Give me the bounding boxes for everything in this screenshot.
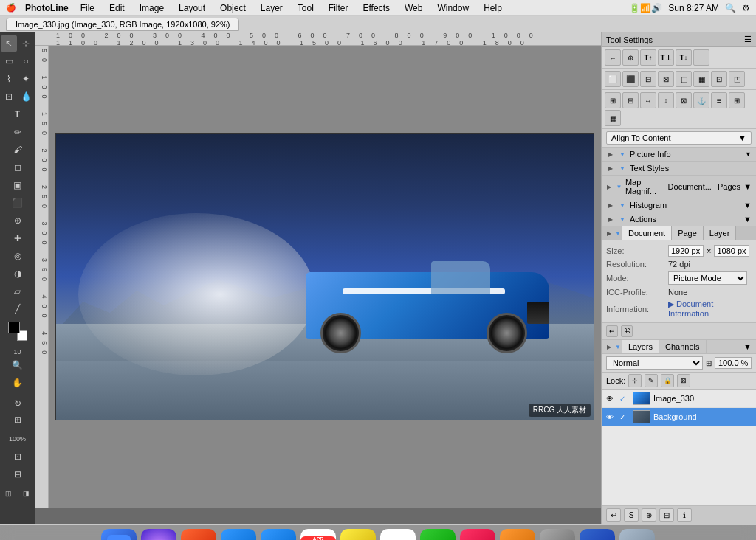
crop-tool[interactable]: ⊡ [1, 89, 17, 105]
menu-web[interactable]: Web [402, 3, 425, 13]
layer-bottom-5[interactable]: ℹ [677, 508, 692, 522]
table-btn[interactable]: ▦ [605, 110, 621, 126]
menu-layer[interactable]: Layer [258, 3, 286, 13]
lock-extra-btn[interactable]: ⊠ [677, 374, 690, 387]
tab-document[interactable]: Document [622, 226, 672, 240]
control-center-icon[interactable]: ⚙ [742, 3, 750, 13]
align-center-h-btn[interactable]: ⬛ [622, 71, 639, 87]
text-styles-header[interactable]: ▶ ▼ Text Styles [602, 162, 756, 175]
layer-bottom-3[interactable]: ⊕ [642, 508, 656, 522]
menu-tool[interactable]: Tool [295, 3, 317, 13]
tab-layer[interactable]: Layer [704, 226, 737, 240]
line-tool[interactable]: ╱ [10, 301, 26, 317]
lock-all-btn[interactable]: 🔒 [661, 374, 674, 387]
align-top-btn[interactable]: ⊠ [658, 71, 674, 87]
eraser-tool[interactable]: ◻ [10, 159, 26, 176]
menu-edit[interactable]: Edit [106, 3, 128, 13]
menu-layout[interactable]: Layout [176, 3, 208, 13]
guides-tool[interactable]: ⊟ [10, 466, 26, 482]
layer-eye-background[interactable]: 👁 [606, 413, 616, 421]
blend-mode-select[interactable]: Normal Multiply Screen Overlay [606, 356, 703, 370]
layer-bottom-1[interactable]: ↩ [606, 508, 621, 522]
menu-window[interactable]: Window [434, 3, 472, 13]
layers-dropdown[interactable]: ▼ [739, 341, 756, 353]
dock-safari[interactable]: 🧭 [221, 529, 256, 541]
histogram-dropdown-icon[interactable]: ▼ [743, 201, 752, 210]
hand-tool[interactable]: ✋ [10, 375, 26, 391]
move-tool[interactable]: ↖ [1, 35, 17, 52]
brush-tool[interactable]: 🖌 [10, 142, 26, 158]
tool-settings-menu-icon[interactable]: ☰ [744, 35, 752, 44]
actions-dropdown-icon[interactable]: ▼ [743, 215, 752, 224]
eyedropper-tool[interactable]: 💧 [18, 89, 34, 105]
select-tool[interactable]: ⊹ [18, 35, 34, 52]
menu-file[interactable]: File [78, 3, 97, 13]
distribute-h-btn[interactable]: ⊡ [711, 71, 727, 87]
dock-siri[interactable]: 🎤 [141, 529, 176, 541]
size-w-btn[interactable]: ↔ [640, 92, 656, 108]
dock-messages[interactable]: 💬 [420, 529, 456, 541]
dock-photos[interactable]: 🌺 [380, 529, 416, 541]
tab-page[interactable]: Page [672, 226, 704, 240]
layer-btn-1[interactable]: ◫ [1, 485, 17, 502]
menu-filter[interactable]: Filter [326, 3, 351, 13]
text-up-btn[interactable]: T↑ [640, 49, 656, 66]
lock-pos-btn[interactable]: ⊹ [628, 374, 642, 387]
dock-notes[interactable]: 📝 [340, 529, 376, 541]
transform-tool[interactable]: ⊞ [10, 412, 26, 428]
percent-tool[interactable]: 100% [10, 431, 26, 447]
foreground-color[interactable] [8, 322, 20, 333]
fill-tool[interactable]: ⬛ [10, 195, 26, 211]
blur-tool[interactable]: ◎ [10, 248, 26, 264]
lasso-tool[interactable]: ⌇ [1, 71, 17, 87]
histogram-header[interactable]: ▶ ▼ Histogram ▼ [602, 198, 756, 212]
anchor-btn[interactable]: ⚓ [693, 92, 709, 108]
clone-tool[interactable]: ⊕ [10, 212, 26, 229]
pen-tool[interactable]: ✏ [10, 124, 26, 140]
crosshair-btn[interactable]: ⊕ [622, 49, 639, 66]
more-btn[interactable]: ⋯ [693, 49, 709, 66]
canvas-container[interactable]: RRCG 人人素材 [49, 46, 601, 508]
lock-paint-btn[interactable]: ✎ [645, 374, 658, 387]
shape-tool[interactable]: ▱ [10, 283, 26, 300]
map-header[interactable]: ▶ ▼ Map Magnif... Document... Pages ▼ [602, 176, 756, 198]
doc-action-2[interactable]: ⌘ [621, 325, 633, 337]
align-dropdown[interactable]: Align To Content ▼ [606, 131, 752, 145]
text-center-btn[interactable]: T⊥ [658, 49, 674, 66]
distribute-v-btn[interactable]: ◰ [729, 71, 745, 87]
mode-select[interactable]: Picture Mode CMYK Mode Grayscale Mode [668, 271, 747, 285]
size-h-input[interactable] [714, 245, 749, 257]
heal-tool[interactable]: ✚ [10, 230, 26, 246]
dock-system-prefs[interactable]: ⚙ [540, 529, 575, 541]
map-dropdown-icon[interactable]: ▼ [743, 182, 752, 191]
menu-image[interactable]: Image [137, 3, 167, 13]
opacity-input[interactable] [715, 357, 752, 369]
align-center-v-btn[interactable]: ◫ [676, 71, 692, 87]
picture-info-header[interactable]: ▶ ▼ Picture Info ▼ [602, 148, 756, 161]
info-value[interactable]: ▶ Document Information [668, 300, 752, 318]
menu-effects[interactable]: Effects [360, 3, 393, 13]
gradient-tool[interactable]: ▣ [10, 177, 26, 193]
dock-launchpad[interactable]: 🚀 [181, 529, 216, 541]
actions-header[interactable]: ▶ ▼ Actions ▼ [602, 212, 756, 226]
layer-item-image330[interactable]: 👁 ✓ Image_330 [602, 390, 756, 408]
layer-btn-2[interactable]: ◨ [18, 485, 35, 502]
dock-trash[interactable]: 🗑 [619, 529, 655, 541]
search-icon[interactable]: 🔍 [725, 3, 736, 13]
space-h-btn[interactable]: ⊞ [605, 92, 621, 108]
apple-menu[interactable]: 🍎 [6, 3, 16, 13]
dock-books[interactable]: 📚 [500, 529, 535, 541]
grid-view-btn[interactable]: ⊞ [729, 92, 745, 108]
match-size-btn[interactable]: ⊠ [676, 92, 692, 108]
rotate-tool[interactable]: ↻ [10, 395, 26, 412]
arrow-left-btn[interactable]: ← [605, 49, 621, 66]
dock-music[interactable]: 🎵 [460, 529, 495, 541]
align-bottom-btn[interactable]: ▦ [693, 71, 709, 87]
ellipse-select-tool[interactable]: ○ [18, 53, 34, 69]
text-tool[interactable]: T [10, 106, 26, 122]
document-tab[interactable]: Image_330.jpg (Image_330, RGB Image, 192… [6, 18, 239, 31]
picture-info-dropdown-icon[interactable]: ▼ [745, 150, 752, 158]
layer-bottom-2[interactable]: S [624, 508, 639, 522]
menu-help[interactable]: Help [481, 3, 505, 13]
menu-object[interactable]: Object [217, 3, 249, 13]
